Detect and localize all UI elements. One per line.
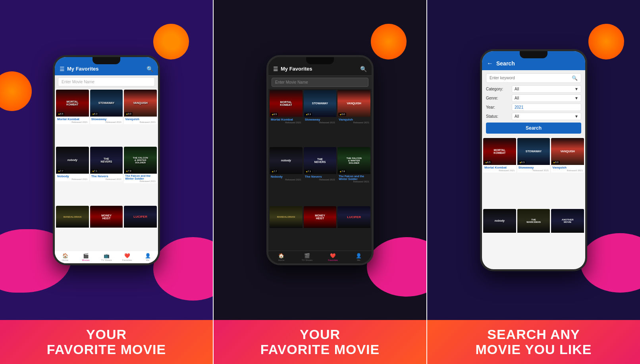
result-card[interactable]: ANOTHERMOVIE bbox=[551, 209, 584, 268]
status-select[interactable]: All▼ bbox=[512, 113, 581, 120]
result-card[interactable]: THEMARKSMAN bbox=[517, 209, 550, 268]
phone-frame-1: ☰ My Favorites 🔍 Enter Movie Name bbox=[53, 55, 160, 265]
movie-card-dark[interactable]: LUCIFER bbox=[337, 206, 370, 249]
nav-favorites-dark[interactable]: ❤️ Favorites bbox=[320, 253, 346, 261]
movie-card[interactable]: MONEYHEIST bbox=[90, 206, 123, 249]
nav-home-dark[interactable]: 🏠 Home bbox=[268, 253, 294, 261]
search-icon-2[interactable]: 🔍 bbox=[360, 66, 367, 72]
nav-home[interactable]: 🏠 Home bbox=[55, 253, 75, 261]
phone-frame-2: ☰ My Favorites 🔍 Enter Movie Name MORT bbox=[266, 55, 374, 265]
nav-movies[interactable]: 🎬 Movies bbox=[75, 253, 96, 261]
nav-movies-dark[interactable]: 🎬 TV Shows bbox=[294, 253, 320, 261]
menu-icon-2[interactable]: ☰ bbox=[273, 66, 278, 72]
nav-me[interactable]: 👤 Me bbox=[137, 253, 158, 261]
menu-icon-1[interactable]: ☰ bbox=[60, 66, 65, 72]
movie-card-dark[interactable]: VANQUISH ★0.0 Vanquish Released 2021 bbox=[337, 90, 370, 146]
movie-card[interactable]: THENEVERS ★7.1 The Nevers Released 2021 bbox=[90, 147, 123, 205]
search-title: Search bbox=[496, 60, 515, 67]
movie-card[interactable]: MANDALORIAN bbox=[56, 206, 89, 249]
keyword-input[interactable] bbox=[490, 76, 572, 80]
movie-card[interactable]: STOWAWAY ★6.3 Stowaway Released 2021 bbox=[90, 90, 123, 146]
search-icon-form[interactable]: 🔍 bbox=[572, 75, 578, 81]
movie-card-dark[interactable]: STOWAWAY ★5.3 Stowaway Released 2021 bbox=[304, 90, 337, 146]
movie-card[interactable]: MORTALKOMBAT ★6.5 Mortal Kombat Released… bbox=[56, 90, 89, 146]
panel-3: ← Search 🔍 Category: bbox=[427, 0, 640, 364]
movie-card-dark[interactable]: MORTALKOMBAT ★6.5 Mortal Kombat Released… bbox=[270, 90, 303, 146]
phone-frame-3: ← Search 🔍 Category: bbox=[480, 49, 587, 271]
category-select[interactable]: All▼ bbox=[512, 85, 581, 93]
result-card[interactable]: VANQUISH ★0.0 Vanquish Released 2021 bbox=[551, 138, 584, 208]
movie-card-dark[interactable]: THE FALCON& WINTERSOLDIER ★7.9 The Falco… bbox=[337, 147, 370, 205]
movie-card[interactable]: THE FALCON& WINTERSOLDIER ★7.9 The Falco… bbox=[124, 147, 157, 205]
panel-2: ☰ My Favorites 🔍 Enter Movie Name MORT bbox=[214, 0, 426, 364]
caption-1: YOURFAVORITE MOVIE bbox=[0, 320, 213, 364]
panel-1: ☰ My Favorites 🔍 Enter Movie Name bbox=[0, 0, 213, 364]
search-input-1[interactable]: Enter Movie Name bbox=[58, 77, 155, 86]
movie-card[interactable]: VANQUISH ★0.0 Vanquish Released 2021 bbox=[124, 90, 157, 146]
movie-card-dark[interactable]: MONEYHEIST bbox=[304, 206, 337, 249]
result-card[interactable]: MORTALKOMBAT ★6.5 Mortal Kombat Released… bbox=[483, 138, 516, 208]
search-input-2[interactable]: Enter Movie Name bbox=[272, 78, 368, 87]
genre-label: Genre: bbox=[486, 96, 512, 100]
status-label: Status: bbox=[486, 114, 512, 119]
movie-card[interactable]: LUCIFER bbox=[124, 206, 157, 249]
movie-card-dark[interactable]: nobody ★7.7 Nobody Released 2021 bbox=[270, 147, 303, 205]
caption-2: YOURFAVORITE MOVIE bbox=[214, 320, 426, 364]
movie-card-dark[interactable]: THENEVERS ★7.1 The Nevers Released 2021 bbox=[304, 147, 337, 205]
keyword-input-container: 🔍 bbox=[486, 73, 581, 83]
nav-me-dark[interactable]: 👤 Me bbox=[346, 253, 372, 261]
caption-3: SEARCH ANYMOVIE YOU LIKE bbox=[427, 320, 640, 364]
year-label: Year: bbox=[486, 105, 512, 109]
header-title-1: My Favorites bbox=[67, 66, 98, 72]
nav-favorites[interactable]: ❤️ Favorites bbox=[117, 253, 137, 261]
year-input[interactable]: 2021 bbox=[512, 103, 581, 111]
back-arrow[interactable]: ← bbox=[487, 60, 493, 67]
search-icon-1[interactable]: 🔍 bbox=[147, 66, 153, 72]
movie-card-dark[interactable]: MANDALORIAN bbox=[270, 206, 303, 249]
category-label: Category: bbox=[486, 87, 512, 91]
nav-tvshows[interactable]: 📺 TV Shows bbox=[96, 253, 117, 261]
result-card[interactable]: STOWAWAY ★6.3 Stowaway Released 2021 bbox=[517, 138, 550, 208]
result-card[interactable]: nobody bbox=[483, 209, 516, 268]
genre-select[interactable]: All▼ bbox=[512, 94, 581, 102]
movie-card[interactable]: nobody ★7.7 Nobody Released 2021 bbox=[56, 147, 89, 205]
search-button[interactable]: Search bbox=[486, 123, 581, 134]
header-title-2: My Favorites bbox=[281, 66, 312, 72]
